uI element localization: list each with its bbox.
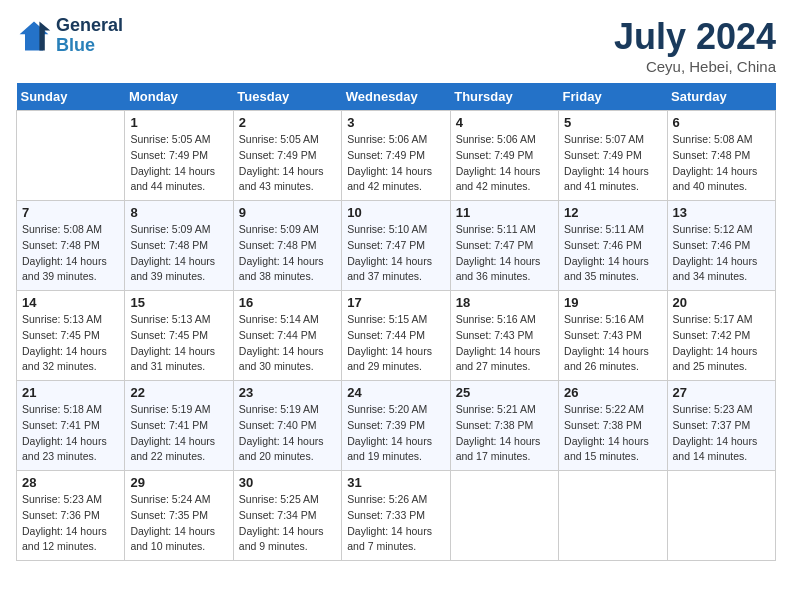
calendar-week-row: 21Sunrise: 5:18 AM Sunset: 7:41 PM Dayli…: [17, 381, 776, 471]
logo-icon: [16, 18, 52, 54]
calendar-day-cell: 9Sunrise: 5:09 AM Sunset: 7:48 PM Daylig…: [233, 201, 341, 291]
calendar-day-cell: 22Sunrise: 5:19 AM Sunset: 7:41 PM Dayli…: [125, 381, 233, 471]
day-info: Sunrise: 5:19 AM Sunset: 7:41 PM Dayligh…: [130, 402, 227, 465]
day-number: 8: [130, 205, 227, 220]
day-info: Sunrise: 5:06 AM Sunset: 7:49 PM Dayligh…: [456, 132, 553, 195]
calendar-day-cell: 4Sunrise: 5:06 AM Sunset: 7:49 PM Daylig…: [450, 111, 558, 201]
day-info: Sunrise: 5:15 AM Sunset: 7:44 PM Dayligh…: [347, 312, 444, 375]
day-number: 14: [22, 295, 119, 310]
day-info: Sunrise: 5:10 AM Sunset: 7:47 PM Dayligh…: [347, 222, 444, 285]
day-info: Sunrise: 5:14 AM Sunset: 7:44 PM Dayligh…: [239, 312, 336, 375]
calendar-day-cell: 19Sunrise: 5:16 AM Sunset: 7:43 PM Dayli…: [559, 291, 667, 381]
weekday-header: Tuesday: [233, 83, 341, 111]
day-info: Sunrise: 5:22 AM Sunset: 7:38 PM Dayligh…: [564, 402, 661, 465]
day-number: 16: [239, 295, 336, 310]
day-info: Sunrise: 5:23 AM Sunset: 7:37 PM Dayligh…: [673, 402, 770, 465]
day-number: 22: [130, 385, 227, 400]
day-info: Sunrise: 5:06 AM Sunset: 7:49 PM Dayligh…: [347, 132, 444, 195]
weekday-header: Saturday: [667, 83, 775, 111]
calendar-week-row: 1Sunrise: 5:05 AM Sunset: 7:49 PM Daylig…: [17, 111, 776, 201]
day-number: 18: [456, 295, 553, 310]
calendar-day-cell: 2Sunrise: 5:05 AM Sunset: 7:49 PM Daylig…: [233, 111, 341, 201]
calendar-day-cell: 6Sunrise: 5:08 AM Sunset: 7:48 PM Daylig…: [667, 111, 775, 201]
day-number: 19: [564, 295, 661, 310]
day-number: 6: [673, 115, 770, 130]
day-number: 3: [347, 115, 444, 130]
day-number: 27: [673, 385, 770, 400]
calendar-week-row: 14Sunrise: 5:13 AM Sunset: 7:45 PM Dayli…: [17, 291, 776, 381]
day-info: Sunrise: 5:05 AM Sunset: 7:49 PM Dayligh…: [239, 132, 336, 195]
calendar-day-cell: 29Sunrise: 5:24 AM Sunset: 7:35 PM Dayli…: [125, 471, 233, 561]
calendar-day-cell: 14Sunrise: 5:13 AM Sunset: 7:45 PM Dayli…: [17, 291, 125, 381]
title-block: July 2024 Ceyu, Hebei, China: [614, 16, 776, 75]
calendar-week-row: 28Sunrise: 5:23 AM Sunset: 7:36 PM Dayli…: [17, 471, 776, 561]
calendar-header: SundayMondayTuesdayWednesdayThursdayFrid…: [17, 83, 776, 111]
day-info: Sunrise: 5:16 AM Sunset: 7:43 PM Dayligh…: [456, 312, 553, 375]
day-number: 25: [456, 385, 553, 400]
day-info: Sunrise: 5:17 AM Sunset: 7:42 PM Dayligh…: [673, 312, 770, 375]
day-number: 26: [564, 385, 661, 400]
day-number: 20: [673, 295, 770, 310]
day-number: 15: [130, 295, 227, 310]
calendar-day-cell: [17, 111, 125, 201]
day-number: 29: [130, 475, 227, 490]
calendar-day-cell: 25Sunrise: 5:21 AM Sunset: 7:38 PM Dayli…: [450, 381, 558, 471]
day-number: 11: [456, 205, 553, 220]
location: Ceyu, Hebei, China: [614, 58, 776, 75]
day-info: Sunrise: 5:26 AM Sunset: 7:33 PM Dayligh…: [347, 492, 444, 555]
calendar-day-cell: 31Sunrise: 5:26 AM Sunset: 7:33 PM Dayli…: [342, 471, 450, 561]
calendar-day-cell: 23Sunrise: 5:19 AM Sunset: 7:40 PM Dayli…: [233, 381, 341, 471]
calendar-day-cell: 27Sunrise: 5:23 AM Sunset: 7:37 PM Dayli…: [667, 381, 775, 471]
day-number: 28: [22, 475, 119, 490]
day-number: 4: [456, 115, 553, 130]
day-number: 24: [347, 385, 444, 400]
day-info: Sunrise: 5:08 AM Sunset: 7:48 PM Dayligh…: [673, 132, 770, 195]
calendar-day-cell: [450, 471, 558, 561]
day-info: Sunrise: 5:16 AM Sunset: 7:43 PM Dayligh…: [564, 312, 661, 375]
calendar-day-cell: 15Sunrise: 5:13 AM Sunset: 7:45 PM Dayli…: [125, 291, 233, 381]
calendar-day-cell: 21Sunrise: 5:18 AM Sunset: 7:41 PM Dayli…: [17, 381, 125, 471]
page-header: General Blue July 2024 Ceyu, Hebei, Chin…: [16, 16, 776, 75]
day-info: Sunrise: 5:24 AM Sunset: 7:35 PM Dayligh…: [130, 492, 227, 555]
calendar-day-cell: 24Sunrise: 5:20 AM Sunset: 7:39 PM Dayli…: [342, 381, 450, 471]
day-info: Sunrise: 5:08 AM Sunset: 7:48 PM Dayligh…: [22, 222, 119, 285]
calendar-day-cell: 5Sunrise: 5:07 AM Sunset: 7:49 PM Daylig…: [559, 111, 667, 201]
svg-marker-1: [39, 21, 50, 50]
calendar-day-cell: 8Sunrise: 5:09 AM Sunset: 7:48 PM Daylig…: [125, 201, 233, 291]
calendar-day-cell: 7Sunrise: 5:08 AM Sunset: 7:48 PM Daylig…: [17, 201, 125, 291]
day-info: Sunrise: 5:21 AM Sunset: 7:38 PM Dayligh…: [456, 402, 553, 465]
calendar-day-cell: 28Sunrise: 5:23 AM Sunset: 7:36 PM Dayli…: [17, 471, 125, 561]
calendar-day-cell: 30Sunrise: 5:25 AM Sunset: 7:34 PM Dayli…: [233, 471, 341, 561]
calendar-day-cell: 17Sunrise: 5:15 AM Sunset: 7:44 PM Dayli…: [342, 291, 450, 381]
day-number: 7: [22, 205, 119, 220]
month-title: July 2024: [614, 16, 776, 58]
day-info: Sunrise: 5:11 AM Sunset: 7:47 PM Dayligh…: [456, 222, 553, 285]
calendar-week-row: 7Sunrise: 5:08 AM Sunset: 7:48 PM Daylig…: [17, 201, 776, 291]
day-info: Sunrise: 5:19 AM Sunset: 7:40 PM Dayligh…: [239, 402, 336, 465]
calendar-table: SundayMondayTuesdayWednesdayThursdayFrid…: [16, 83, 776, 561]
day-number: 30: [239, 475, 336, 490]
calendar-day-cell: 11Sunrise: 5:11 AM Sunset: 7:47 PM Dayli…: [450, 201, 558, 291]
day-info: Sunrise: 5:12 AM Sunset: 7:46 PM Dayligh…: [673, 222, 770, 285]
calendar-day-cell: 1Sunrise: 5:05 AM Sunset: 7:49 PM Daylig…: [125, 111, 233, 201]
day-number: 2: [239, 115, 336, 130]
day-number: 12: [564, 205, 661, 220]
day-info: Sunrise: 5:09 AM Sunset: 7:48 PM Dayligh…: [239, 222, 336, 285]
logo-text: General Blue: [56, 16, 123, 56]
day-number: 31: [347, 475, 444, 490]
weekday-header: Friday: [559, 83, 667, 111]
calendar-day-cell: 18Sunrise: 5:16 AM Sunset: 7:43 PM Dayli…: [450, 291, 558, 381]
calendar-day-cell: 13Sunrise: 5:12 AM Sunset: 7:46 PM Dayli…: [667, 201, 775, 291]
day-info: Sunrise: 5:23 AM Sunset: 7:36 PM Dayligh…: [22, 492, 119, 555]
calendar-day-cell: [559, 471, 667, 561]
day-number: 17: [347, 295, 444, 310]
calendar-day-cell: 12Sunrise: 5:11 AM Sunset: 7:46 PM Dayli…: [559, 201, 667, 291]
logo: General Blue: [16, 16, 123, 56]
calendar-day-cell: 3Sunrise: 5:06 AM Sunset: 7:49 PM Daylig…: [342, 111, 450, 201]
day-number: 5: [564, 115, 661, 130]
day-info: Sunrise: 5:07 AM Sunset: 7:49 PM Dayligh…: [564, 132, 661, 195]
calendar-day-cell: 26Sunrise: 5:22 AM Sunset: 7:38 PM Dayli…: [559, 381, 667, 471]
weekday-header: Wednesday: [342, 83, 450, 111]
weekday-header: Sunday: [17, 83, 125, 111]
day-number: 13: [673, 205, 770, 220]
